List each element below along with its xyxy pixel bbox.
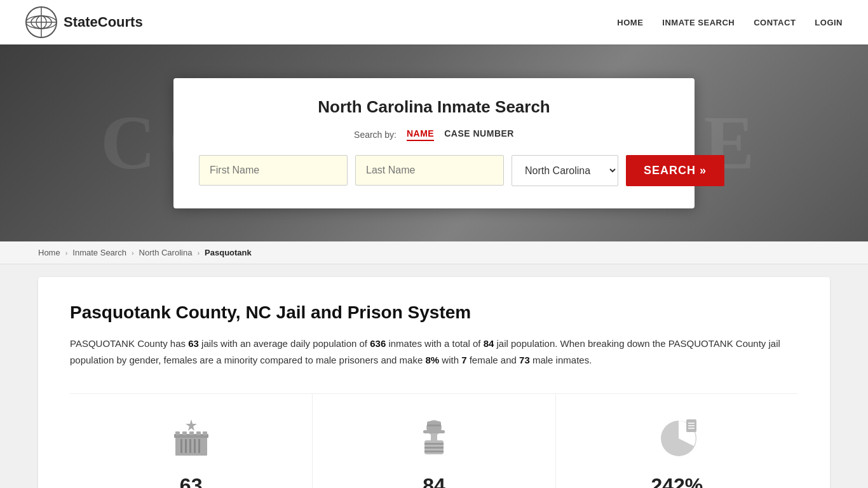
svg-rect-10 [194,439,196,453]
nav-contact[interactable]: CONTACT [754,18,796,27]
search-button[interactable]: SEARCH » [626,155,724,186]
main-content: Pasquotank County, NC Jail and Prison Sy… [38,277,830,488]
desc-female-suffix: female and [467,355,520,365]
search-card: North Carolina Inmate Search Search by: … [173,78,695,208]
search-by-row: Search by: NAME CASE NUMBER [199,128,669,141]
svg-rect-16 [189,431,194,435]
desc-jails-count: 63 [188,338,199,349]
svg-rect-27 [431,434,437,442]
jails-icon [166,413,217,464]
nav-home[interactable]: HOME [617,18,643,27]
svg-rect-24 [424,443,444,445]
site-header: StateCourts HOME INMATE SEARCH CONTACT L… [0,0,868,44]
desc-total-pop: 84 [484,338,494,349]
jail-rate-icon [651,413,702,464]
svg-marker-13 [186,419,197,431]
jails-number: 63 [180,474,203,488]
breadcrumb-inmate-search[interactable]: Inmate Search [72,248,126,257]
desc-avg-suffix: inmates with a total of [386,338,483,349]
svg-rect-8 [185,439,187,453]
tab-name[interactable]: NAME [407,128,434,141]
stat-card-jails: 63 Jails [70,394,313,488]
svg-rect-11 [198,439,200,453]
breadcrumb-north-carolina[interactable]: North Carolina [139,248,193,257]
stats-row: 63 Jails [70,393,798,488]
last-name-input[interactable] [355,155,504,186]
desc-prefix: PASQUOTANK County has [70,338,188,349]
main-nav: HOME INMATE SEARCH CONTACT LOGIN [617,18,843,27]
breadcrumb-sep-3: › [197,249,200,257]
county-title: Pasquotank County, NC Jail and Prison Sy… [70,302,798,323]
svg-rect-18 [203,431,207,435]
breadcrumb-sep-1: › [65,249,68,257]
logo-icon [25,6,57,38]
search-card-title: North Carolina Inmate Search [199,97,669,117]
svg-rect-25 [424,447,444,449]
svg-rect-14 [175,431,180,435]
logo-area: StateCourts [25,6,143,38]
desc-male-suffix: male inmates. [530,355,592,365]
desc-female-prefix: with [439,355,461,365]
desc-male-count: 73 [519,355,530,365]
jail-rate-number: 242% [651,474,703,488]
svg-rect-22 [427,424,441,426]
breadcrumb: Home › Inmate Search › North Carolina › … [0,241,868,264]
desc-female-count: 7 [461,355,466,365]
breadcrumb-home[interactable]: Home [38,248,60,257]
svg-rect-17 [196,431,201,435]
county-description: PASQUOTANK County has 63 jails with an a… [70,336,798,368]
search-by-label: Search by: [354,130,397,140]
stat-card-jail-rate: 242% Jail Rate [556,394,798,488]
nav-login[interactable]: LOGIN [815,18,843,27]
nav-inmate-search[interactable]: INMATE SEARCH [662,18,735,27]
prisoners-icon [409,413,459,464]
svg-rect-15 [182,431,187,435]
svg-rect-9 [189,439,191,453]
tab-case-number[interactable]: CASE NUMBER [444,128,514,141]
breadcrumb-current: Pasquotank [205,248,252,257]
hero-section: COURTHOUSE North Carolina Inmate Search … [0,44,868,241]
state-select[interactable]: AlabamaAlaskaArizonaArkansasCaliforniaCo… [512,155,618,186]
desc-avg-daily: 636 [370,338,386,349]
stat-card-prisoners: 84 Prisoners [313,394,555,488]
search-inputs-row: AlabamaAlaskaArizonaArkansasCaliforniaCo… [199,155,669,186]
desc-female-pct: 8% [425,355,439,365]
desc-jails-suffix: jails with an average daily population o… [199,338,370,349]
breadcrumb-sep-2: › [132,249,134,257]
svg-rect-7 [180,439,182,453]
svg-rect-26 [424,451,444,452]
site-name: StateCourts [64,14,143,30]
prisoners-number: 84 [423,474,445,488]
first-name-input[interactable] [199,155,348,186]
